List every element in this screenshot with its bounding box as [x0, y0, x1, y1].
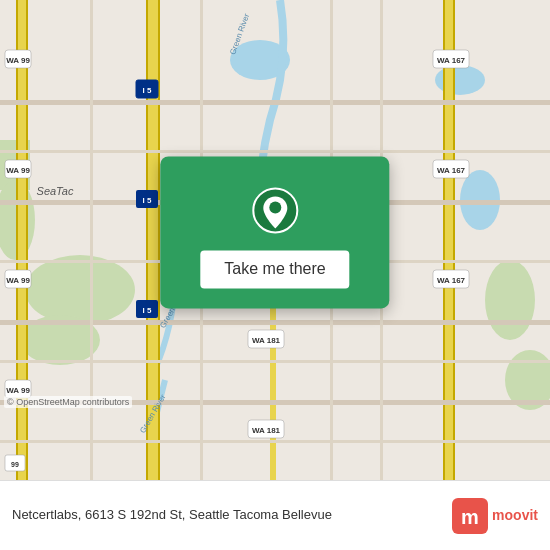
svg-text:WA 99: WA 99 [6, 166, 30, 175]
svg-point-5 [435, 65, 485, 95]
svg-rect-18 [443, 0, 445, 480]
svg-rect-27 [0, 360, 550, 363]
svg-text:I 5: I 5 [143, 196, 152, 205]
svg-rect-23 [0, 320, 550, 325]
map-attribution: © OpenStreetMap contributors [4, 396, 132, 408]
map-view: WA 99 WA 99 WA 99 WA 99 99 I 5 I 5 I 5 W… [0, 0, 550, 480]
svg-text:WA 167: WA 167 [437, 166, 466, 175]
svg-rect-17 [445, 0, 453, 480]
svg-point-2 [25, 255, 135, 325]
location-card: Take me there [160, 156, 389, 308]
take-me-there-button[interactable]: Take me there [200, 250, 349, 288]
svg-text:I 5: I 5 [143, 86, 152, 95]
svg-text:WA 167: WA 167 [437, 276, 466, 285]
svg-text:WA 99: WA 99 [6, 276, 30, 285]
moovit-logo-icon: m [452, 498, 488, 534]
address-label: Netcertlabs, 6613 S 192nd St, Seattle Ta… [12, 507, 442, 524]
svg-text:SeaTac: SeaTac [37, 185, 74, 197]
svg-text:WA 99: WA 99 [6, 386, 30, 395]
svg-text:WA 167: WA 167 [437, 56, 466, 65]
svg-rect-12 [146, 0, 148, 480]
moovit-brand-text: moovit [492, 508, 538, 523]
svg-rect-21 [0, 100, 550, 105]
svg-rect-14 [18, 0, 26, 480]
svg-rect-28 [0, 440, 550, 443]
svg-text:WA 181: WA 181 [252, 426, 281, 435]
svg-point-9 [485, 260, 535, 340]
svg-rect-25 [0, 150, 550, 153]
svg-text:m: m [461, 506, 479, 528]
svg-rect-20 [270, 300, 276, 480]
svg-point-64 [269, 201, 281, 213]
moovit-logo: m moovit [452, 498, 538, 534]
svg-rect-29 [90, 0, 93, 480]
svg-text:WA 99: WA 99 [6, 56, 30, 65]
svg-text:WA 181: WA 181 [252, 336, 281, 345]
svg-rect-15 [16, 0, 18, 480]
svg-rect-19 [453, 0, 455, 480]
svg-rect-16 [26, 0, 28, 480]
location-pin-icon [251, 186, 299, 234]
bottom-bar: Netcertlabs, 6613 S 192nd St, Seattle Ta… [0, 480, 550, 550]
svg-text:I 5: I 5 [143, 306, 152, 315]
svg-text:99: 99 [11, 461, 19, 468]
